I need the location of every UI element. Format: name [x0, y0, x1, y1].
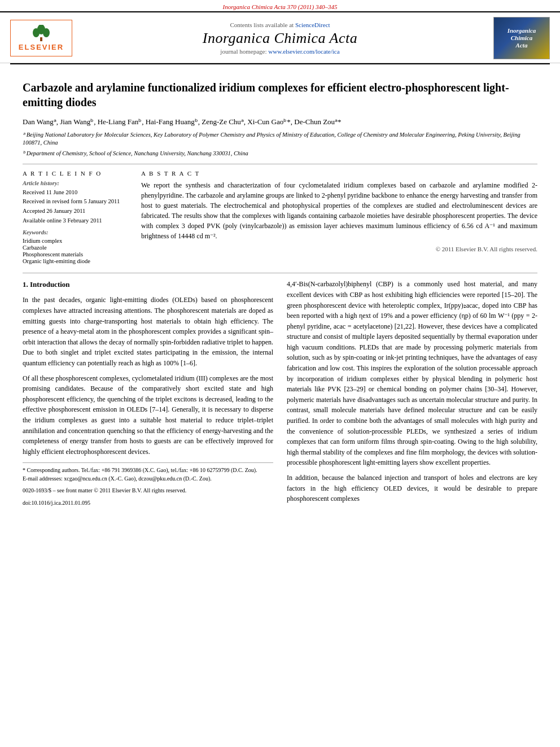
intro-para-1: In the past decades, organic light-emitt… [23, 295, 273, 368]
right-para-2: In addition, because the balanced inject… [287, 473, 537, 504]
body-divider [23, 273, 537, 273]
doi-line: doi:10.1016/j.ica.2011.01.095 [23, 499, 273, 508]
elsevier-logo-area: ELSEVIER [10, 20, 78, 56]
journal-homepage: journal homepage: www.elsevier.com/locat… [78, 48, 482, 55]
homepage-link[interactable]: www.elsevier.com/locate/ica [268, 48, 339, 55]
info-abstract-columns: A R T I C L E I N F O Article history: R… [23, 170, 537, 265]
article-info-divider [23, 164, 537, 164]
body-left-column: 1. Introduction In the past decades, org… [23, 279, 273, 508]
body-right-column: 4,4′-Bis(N-carbazolyl)biphenyl (CBP) is … [287, 279, 537, 508]
available-date: Available online 3 February 2011 [23, 217, 130, 225]
issn-line: 0020-1693/$ – see front matter © 2011 El… [23, 486, 273, 495]
elsevier-logo: ELSEVIER [10, 20, 72, 56]
svg-point-2 [43, 28, 50, 37]
authors-line: Dan Wangᵃ, Jian Wangᵇ, He-Liang Fanᵇ, Ha… [23, 116, 537, 128]
journal-header: ELSEVIER Contents lists available at Sci… [0, 11, 560, 63]
keyword-4: Organic light-emitting diode [23, 258, 130, 264]
abstract-text: We report the synthesis and characteriza… [141, 180, 537, 241]
abstract-heading: A B S T R A C T [141, 170, 537, 177]
article-title: Carbazole and arylamine functionalized i… [23, 80, 537, 110]
elsevier-name-text: ELSEVIER [19, 43, 64, 51]
right-para-1: 4,4′-Bis(N-carbazolyl)biphenyl (CBP) is … [287, 279, 537, 468]
intro-section-title: 1. Introduction [23, 279, 273, 290]
keyword-1: Iridium complex [23, 238, 130, 244]
intro-para-2: Of all these phosphorescent complexes, c… [23, 373, 273, 457]
keywords-label: Keywords: [23, 229, 130, 235]
body-columns: 1. Introduction In the past decades, org… [23, 279, 537, 508]
journal-name: Inorganica Chimica Acta [78, 30, 482, 47]
abstract-column: A B S T R A C T We report the synthesis … [141, 170, 537, 265]
journal-logo-box: Inorganica Chimica Acta [493, 17, 550, 59]
sciencedirect-link[interactable]: ScienceDirect [295, 21, 330, 28]
elsevier-tree-icon [30, 25, 53, 42]
contents-available-line: Contents lists available at ScienceDirec… [78, 21, 482, 28]
footnote-divider [23, 462, 273, 463]
accepted-date: Accepted 26 January 2011 [23, 207, 130, 216]
affiliation-b: ᵇ Department of Chemistry, School of Sci… [23, 150, 537, 158]
affiliation-a: ᵃ Beijing National Laboratory for Molecu… [23, 131, 537, 147]
logo-line1: Inorganica Chimica Acta [508, 27, 536, 50]
keyword-3: Phosphorescent materials [23, 251, 130, 257]
received-date: Received 11 June 2010 [23, 189, 130, 197]
journal-citation: Inorganica Chimica Acta 370 (2011) 340–3… [0, 0, 560, 11]
keyword-2: Carbazole [23, 244, 130, 251]
page: Inorganica Chimica Acta 370 (2011) 340–3… [0, 0, 560, 747]
article-content: Carbazole and arylamine functionalized i… [0, 64, 560, 520]
email-note: E-mail addresses: xcgao@ncu.edu.cn (X.-C… [23, 475, 273, 483]
svg-rect-3 [40, 37, 42, 41]
copyright-line: © 2011 Elsevier B.V. All rights reserved… [141, 246, 537, 252]
journal-title-area: Contents lists available at ScienceDirec… [78, 21, 482, 55]
history-label: Article history: [23, 180, 130, 186]
journal-logo-box-area: Inorganica Chimica Acta [482, 17, 550, 59]
svg-point-1 [33, 28, 40, 37]
article-info-column: A R T I C L E I N F O Article history: R… [23, 170, 130, 265]
corresponding-note: * Corresponding authors. Tel./fax: +86 7… [23, 466, 273, 475]
revised-date: Received in revised form 5 January 2011 [23, 198, 130, 206]
article-info-heading: A R T I C L E I N F O [23, 170, 130, 177]
